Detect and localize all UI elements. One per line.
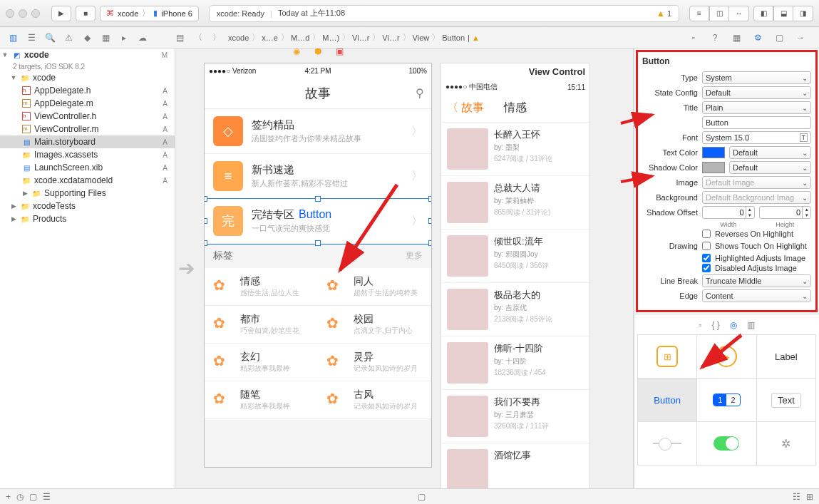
nav-root[interactable]: ▼◩ xcode M xyxy=(0,48,175,61)
type-dropdown[interactable]: System xyxy=(702,71,811,84)
disabled-adjusts-checkbox[interactable]: Disabled Adjusts Image xyxy=(642,264,811,272)
list-item[interactable]: 总裁大人请by: 茉莉柚桦865阅读 / 31评论) xyxy=(441,176,589,230)
nav-file[interactable]: 📁xcode.xcdatamodeldA xyxy=(0,174,175,187)
add-button[interactable]: + xyxy=(6,492,11,502)
find-nav-icon[interactable]: 🔍 xyxy=(43,31,57,44)
debug-nav-icon[interactable]: ▦ xyxy=(98,31,113,44)
breakpoint-nav-icon[interactable]: ▸ xyxy=(117,31,131,44)
list-item[interactable]: 佛听-十四阶by: 十四阶18236阅读 / 454 xyxy=(441,336,589,390)
breadcrumb-item[interactable]: 〉Vi…r xyxy=(372,32,399,43)
nav-file[interactable]: hAppDelegate.hA xyxy=(0,84,175,97)
nav-file[interactable]: hViewController.hA xyxy=(0,110,175,123)
canvas-zoom-icon[interactable]: ▢ xyxy=(418,492,426,502)
breadcrumb-item[interactable]: 〉Vi…r xyxy=(342,32,369,43)
lib-item-activity[interactable]: ✲ xyxy=(757,422,815,465)
offset-height-field[interactable]: 0▴▾ xyxy=(759,206,812,219)
size-inspector-icon[interactable]: ▢ xyxy=(772,31,786,44)
image-dropdown[interactable]: Default Image xyxy=(702,176,811,189)
highlighted-adjusts-checkbox[interactable]: Highlighted Adjusts Image xyxy=(642,254,811,262)
list-item[interactable]: 极品老大的by: 吉原优2138阅读 / 85评论 xyxy=(441,283,589,336)
nav-folder[interactable]: ▶📁Supporting Files xyxy=(0,187,175,200)
edge-dropdown[interactable]: Content xyxy=(702,289,811,302)
object-tab-icon[interactable]: ◎ xyxy=(730,320,737,330)
standard-editor-button[interactable]: ≡ xyxy=(689,6,709,21)
tag-cell[interactable]: ✿都市巧舍如簧,妙笔生花 xyxy=(205,306,318,344)
list-item[interactable]: 酒馆忆事 xyxy=(441,443,589,488)
lib-item-button[interactable]: Button xyxy=(638,379,696,421)
close-window[interactable] xyxy=(6,9,14,18)
list-item[interactable]: 我们不要再by: 三月萧瑟3260阅读 / 111评 xyxy=(441,390,589,443)
lib-item-nav-controller[interactable]: ▶ xyxy=(697,335,756,378)
run-button[interactable]: ▶ xyxy=(51,6,71,21)
outline-toggle-icon[interactable]: ▤ xyxy=(172,31,187,44)
nav-folder[interactable]: ▶📁Products xyxy=(0,212,175,225)
title-mode-dropdown[interactable]: Plain xyxy=(702,101,811,114)
storyboard-scene-2[interactable]: View Control ●●●●○ 中国电信15:11 〈 故事 情感 长醉入… xyxy=(441,63,590,488)
state-config-dropdown[interactable]: Default xyxy=(702,86,811,99)
nav-file[interactable]: 📁Images.xcassetsA xyxy=(0,148,175,161)
search-icon[interactable]: ⚲ xyxy=(416,86,424,100)
nav-file[interactable]: mViewController.mA xyxy=(0,123,175,135)
stop-button[interactable]: ■ xyxy=(76,6,96,21)
test-nav-icon[interactable]: ◆ xyxy=(80,31,94,44)
assistant-editor-button[interactable]: ◫ xyxy=(709,6,729,21)
shadow-color-dropdown[interactable]: Default xyxy=(729,161,811,174)
section-row[interactable]: ≡新书速递新人新作荟萃,精彩不容错过〉 xyxy=(205,154,431,199)
list-item[interactable]: 倾世叹:流年by: 邪圆圆Joy6450阅读 / 356评 xyxy=(441,230,589,283)
offset-width-field[interactable]: 0▴▾ xyxy=(702,206,755,219)
font-field[interactable]: System 15.0T xyxy=(702,131,811,144)
connections-inspector-icon[interactable]: → xyxy=(793,31,808,44)
shows-touch-checkbox[interactable]: Shows Touch On Highlight xyxy=(702,242,811,250)
jump-bar[interactable]: xcode〉x…e〉M…d〉M…)〉Vi…r〉Vi…r〉View〉Button … xyxy=(228,32,676,43)
section-row[interactable]: ◇签约精品汤圆签约作者为你带来精品故事〉 xyxy=(205,109,431,154)
text-color-dropdown[interactable]: Default xyxy=(729,146,811,159)
nav-file[interactable]: ▤LaunchScreen.xibA xyxy=(0,161,175,174)
lib-item-label[interactable]: Label xyxy=(757,335,815,378)
lib-item-slider[interactable] xyxy=(638,422,696,465)
breadcrumb-item[interactable]: 〉Button xyxy=(432,32,465,43)
list-item[interactable]: 长醉入王怀by: 墨梨6247阅读 / 31评论 xyxy=(441,123,589,176)
lib-item-segmented[interactable]: 12 xyxy=(697,379,756,421)
lib-list-view-icon[interactable]: ☷ xyxy=(793,492,800,502)
more-link[interactable]: 更多 xyxy=(406,250,423,262)
breadcrumb-item[interactable]: 〉M…) xyxy=(312,32,339,43)
breadcrumb-item[interactable]: 〉View xyxy=(403,32,430,43)
breadcrumb-item[interactable]: xcode xyxy=(228,34,249,42)
toggle-debug-button[interactable]: ⬓ xyxy=(773,6,793,21)
toggle-navigator-button[interactable]: ◧ xyxy=(753,6,773,21)
ui-button[interactable]: Button xyxy=(299,208,331,220)
identity-inspector-icon[interactable]: ▦ xyxy=(729,31,743,44)
scheme-selector[interactable]: ⌘ xcode 〉 ▮ iPhone 6 xyxy=(100,6,199,21)
text-color-well[interactable] xyxy=(702,147,725,158)
back-button-2[interactable]: 〈 故事 xyxy=(447,101,484,115)
nav-file[interactable]: mAppDelegate.mA xyxy=(0,97,175,110)
back-button[interactable]: 〈 xyxy=(191,31,205,44)
warning-indicator[interactable]: ▲1 xyxy=(656,9,671,19)
lib-item-switch[interactable] xyxy=(697,422,756,465)
code-snippet-tab-icon[interactable]: { } xyxy=(711,320,719,330)
tag-cell[interactable]: ✿古风记录如风如诗的岁月 xyxy=(318,381,431,419)
zoom-window[interactable] xyxy=(31,9,40,18)
file-template-tab-icon[interactable]: ▫ xyxy=(699,320,701,330)
nav-folder[interactable]: ▶📁xcodeTests xyxy=(0,200,175,212)
tag-cell[interactable]: ✿随笔精彩故事我最棒 xyxy=(205,381,318,419)
breadcrumb-item[interactable]: 〉M…d xyxy=(281,32,309,43)
lib-grid-view-icon[interactable]: ⊞ xyxy=(806,492,813,502)
interface-builder-canvas[interactable]: ➔ ◉⬢▣ ●●●●○ Verizon 4:21 PM 100% 故事 ⚲ ◇签… xyxy=(175,48,634,488)
issue-nav-icon[interactable]: ⚠ xyxy=(61,31,76,44)
section-row[interactable]: 完完结专区Button一口气读完的爽快感觉〉 xyxy=(205,199,431,244)
tag-cell[interactable]: ✿灵异记录如风如诗的岁月 xyxy=(318,344,431,381)
tag-cell[interactable]: ✿校园点滴文字,归于内心 xyxy=(318,306,431,344)
filter-source-icon[interactable]: ☰ xyxy=(43,492,51,502)
filter-recent-icon[interactable]: ◷ xyxy=(16,492,24,502)
forward-button[interactable]: 〉 xyxy=(210,31,224,44)
tag-cell[interactable]: ✿情感感悟生活,品位人生 xyxy=(205,268,318,306)
breadcrumb-item[interactable]: 〉x…e xyxy=(252,32,278,43)
minimize-window[interactable] xyxy=(19,9,27,18)
background-dropdown[interactable]: Default Background Imag xyxy=(702,191,811,204)
filter-scm-icon[interactable]: ▢ xyxy=(29,492,37,502)
title-text-field[interactable]: Button xyxy=(702,116,811,129)
storyboard-scene-1[interactable]: ◉⬢▣ ●●●●○ Verizon 4:21 PM 100% 故事 ⚲ ◇签约精… xyxy=(204,63,432,468)
shadow-color-well[interactable] xyxy=(702,162,725,173)
report-nav-icon[interactable]: ☁ xyxy=(135,31,150,44)
